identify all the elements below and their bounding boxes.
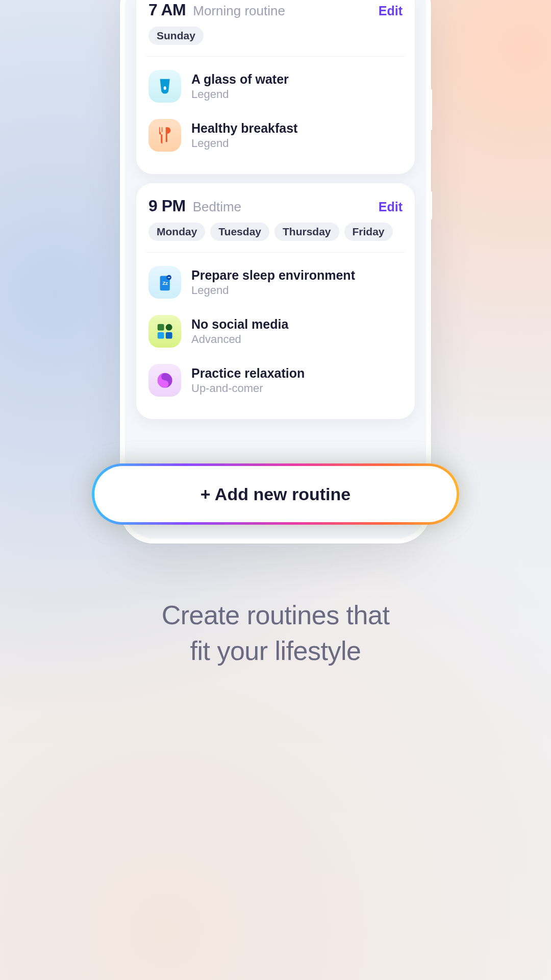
phone-screen: 7 AM Morning routine Edit Sunday A glass… [125,0,426,538]
edit-button[interactable]: Edit [379,200,403,214]
phone-frame: 7 AM Morning routine Edit Sunday A glass… [125,0,426,538]
habit-title: Practice relaxation [191,366,305,381]
svg-rect-3 [168,277,170,278]
routine-card-morning: 7 AM Morning routine Edit Sunday A glass… [136,0,415,174]
routine-card-bedtime: 9 PM Bedtime Edit Monday Tuesday Thursda… [136,183,415,419]
habit-item[interactable]: Practice relaxation Up-and-comer [148,356,403,405]
day-chip[interactable]: Monday [148,223,205,241]
water-icon [148,70,181,103]
svg-point-10 [164,376,166,378]
svg-rect-5 [158,324,164,331]
phone-side-button [430,191,432,219]
habit-item[interactable]: A glass of water Legend [148,62,403,111]
divider [146,252,405,253]
habit-level: Legend [191,88,289,101]
phone-side-button [430,89,432,130]
habit-level: Legend [191,284,355,297]
routine-time: 7 AM [148,1,186,19]
add-routine-wrap: + Add new routine [92,463,459,525]
svg-rect-8 [166,332,172,339]
tagline: Create routines that fit your lifestyle [0,597,551,669]
routine-header: 7 AM Morning routine Edit [148,1,403,19]
habit-title: No social media [191,317,288,332]
habit-level: Up-and-comer [191,382,305,395]
day-chip[interactable]: Thursday [274,223,339,241]
day-chip[interactable]: Friday [344,223,393,241]
habit-level: Legend [191,137,297,150]
routine-name: Morning routine [193,3,285,19]
day-chip[interactable]: Sunday [148,27,204,45]
day-chips: Monday Tuesday Thursday Friday [148,223,403,241]
routine-name: Bedtime [193,199,241,215]
habit-item[interactable]: Healthy breakfast Legend [148,111,403,160]
divider [146,56,405,57]
habit-item[interactable]: No social media Advanced [148,307,403,356]
habit-title: Prepare sleep environment [191,268,355,283]
routine-time: 9 PM [148,197,186,215]
habit-title: Healthy breakfast [191,121,297,136]
day-chip[interactable]: Tuesday [210,223,269,241]
svg-point-11 [164,383,166,385]
tagline-line: Create routines that [162,600,390,630]
yinyang-icon [148,364,181,397]
svg-rect-7 [158,332,164,339]
routine-header: 9 PM Bedtime Edit [148,197,403,215]
social-media-icon [148,315,181,348]
svg-rect-6 [166,324,172,331]
svg-point-0 [163,86,166,90]
tagline-line: fit your lifestyle [190,636,361,666]
habit-title: A glass of water [191,72,289,87]
utensils-icon [148,119,181,152]
svg-text:Zz: Zz [162,280,168,286]
sleep-icon: Zz [148,266,181,299]
habit-level: Advanced [191,333,288,346]
add-routine-button[interactable]: + Add new routine [94,466,457,522]
habit-item[interactable]: Zz Prepare sleep environment Legend [148,258,403,307]
day-chips: Sunday [148,27,403,45]
edit-button[interactable]: Edit [379,4,403,18]
